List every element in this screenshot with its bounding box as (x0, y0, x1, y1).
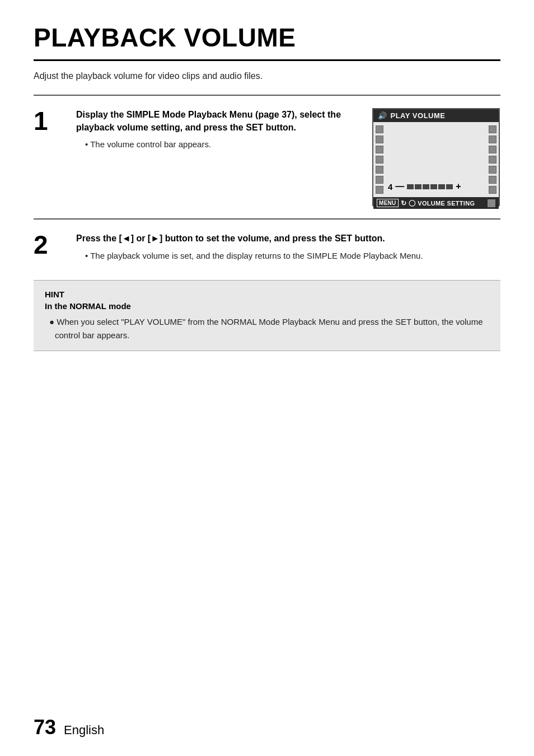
lcd-volume-setting: VOLUME SETTING (418, 200, 475, 207)
lcd-sq-r4 (489, 156, 496, 164)
hint-section: HINT In the NORMAL mode ● When you selec… (34, 280, 500, 351)
lcd-sq-5 (376, 166, 383, 174)
lcd-sq-6 (376, 176, 383, 184)
lcd-sq-r7 (489, 186, 496, 194)
vol-seg-3 (423, 184, 429, 189)
hint-bullet: ● When you select "PLAY VOLUME" from the… (45, 315, 489, 342)
vol-plus-icon: + (456, 181, 461, 192)
lcd-screen: 🔊 PLAY VOLUME 4 (372, 108, 500, 206)
vol-seg-1 (407, 184, 414, 189)
vol-minus-icon: — (395, 181, 404, 192)
step-2-number: 2 (34, 232, 59, 262)
vol-seg-5 (438, 184, 445, 189)
step-1-image: 🔊 PLAY VOLUME 4 (372, 108, 500, 206)
menu-label: MENU (377, 199, 399, 207)
lcd-sq-1 (376, 125, 383, 133)
lcd-sq-4 (376, 156, 383, 164)
step-1-number: 1 (34, 108, 59, 206)
speaker-icon: 🔊 (378, 111, 387, 120)
page-subtitle: Adjust the playback volume for video cli… (34, 71, 500, 81)
lcd-title: PLAY VOLUME (391, 111, 446, 120)
set-icon: ◯ (409, 199, 415, 207)
lcd-body: 4 — + (373, 122, 499, 197)
hint-title: HINT (45, 290, 489, 299)
lcd-sq-r5 (489, 166, 496, 174)
lcd-sq-7 (376, 186, 383, 194)
lcd-right-col (486, 122, 499, 197)
lcd-sq-r2 (489, 136, 496, 143)
step-2: 2 Press the [◄] or [►] button to set the… (34, 218, 500, 274)
page-footer: 73 English (34, 716, 104, 739)
hint-bullet-text: When you select "PLAY VOLUME" from the N… (55, 317, 483, 339)
vol-bar (407, 184, 453, 189)
page-title: PLAYBACK VOLUME (34, 22, 500, 61)
page-language: English (64, 723, 104, 738)
vol-seg-6 (446, 184, 453, 189)
lcd-sq-r1 (489, 125, 496, 133)
volume-bar-area: 4 — + (388, 181, 461, 192)
step-2-content: Press the [◄] or [►] button to set the v… (76, 232, 500, 262)
step-1: 1 Display the SIMPLE Mode Playback Menu … (34, 95, 500, 218)
hint-bullet-icon: ● (49, 317, 57, 326)
lcd-left-col (373, 122, 386, 197)
vol-number: 4 (388, 182, 392, 192)
hint-subtitle: In the NORMAL mode (45, 301, 489, 311)
lcd-center: 4 — + (386, 122, 486, 197)
lcd-sq-3 (376, 146, 383, 153)
step-1-main-text: Display the SIMPLE Mode Playback Menu (p… (76, 108, 355, 134)
lcd-top-bar: 🔊 PLAY VOLUME (373, 109, 499, 122)
corner-sq (488, 199, 495, 207)
lcd-bottom-bar: MENU ↻ ◯ VOLUME SETTING (373, 197, 499, 209)
page-container: PLAYBACK VOLUME Adjust the playback volu… (0, 0, 534, 385)
step-1-bullet: The volume control bar appears. (76, 138, 355, 151)
lcd-sq-r6 (489, 176, 496, 184)
lcd-sq-2 (376, 136, 383, 143)
page-number: 73 (34, 716, 56, 739)
step-2-bullet-1: The playback volume is set, and the disp… (76, 249, 500, 262)
vol-seg-4 (430, 184, 437, 189)
vol-seg-2 (415, 184, 421, 189)
step-2-main-text: Press the [◄] or [►] button to set the v… (76, 232, 500, 245)
rotate-icon: ↻ (401, 199, 406, 207)
step-1-content: Display the SIMPLE Mode Playback Menu (p… (76, 108, 355, 206)
lcd-sq-r3 (489, 146, 496, 153)
